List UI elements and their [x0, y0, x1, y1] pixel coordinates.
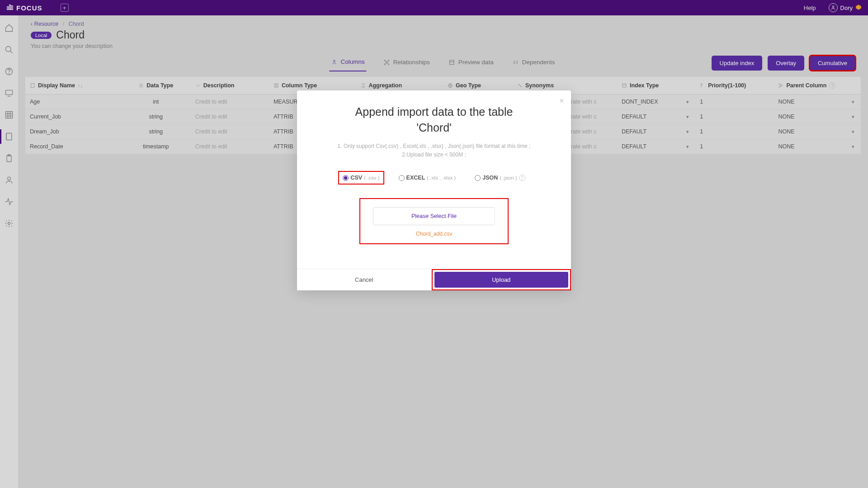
format-csv-radio[interactable] [343, 175, 349, 181]
upload-button-wrap: Upload [432, 269, 571, 290]
format-csv-label: CSV [350, 175, 362, 181]
upload-button[interactable]: Upload [434, 272, 569, 288]
import-modal: × Append import data to the table 'Chord… [297, 90, 571, 290]
format-excel-radio[interactable] [399, 175, 405, 181]
format-json-option[interactable]: JSON( .json ) ? [471, 172, 528, 184]
modal-actions: Cancel Upload [297, 269, 571, 290]
format-json-ext: ( .json ) [500, 175, 517, 180]
format-radio-group: CSV( .csv ) EXCEL( .xls , .xlsx ) JSON( … [312, 172, 556, 184]
format-csv-option[interactable]: CSV( .csv ) [339, 172, 383, 184]
modal-title-line1: Append import data to the table [355, 105, 513, 118]
cancel-button[interactable]: Cancel [297, 269, 432, 290]
modal-note-1: 1. Only support Csv(.csv) , Excel(.xls ,… [338, 143, 531, 149]
selected-file-name: Chord_add.csv [367, 231, 501, 237]
json-help-icon[interactable]: ? [519, 175, 525, 181]
modal-note-2: 2.Upload file size < 500M ; [402, 152, 466, 158]
format-json-radio[interactable] [475, 175, 481, 181]
select-file-button[interactable]: Please Select File [373, 207, 495, 225]
modal-title-line2: 'Chord' [416, 121, 452, 134]
format-excel-label: EXCEL [406, 175, 425, 181]
modal-note: 1. Only support Csv(.csv) , Excel(.xls ,… [312, 142, 556, 159]
format-excel-option[interactable]: EXCEL( .xls , .xlsx ) [395, 172, 460, 184]
format-csv-ext: ( .csv ) [364, 175, 380, 180]
format-json-label: JSON [482, 175, 498, 181]
modal-close-icon[interactable]: × [560, 97, 564, 105]
format-excel-ext: ( .xls , .xlsx ) [427, 175, 456, 180]
file-select-area: Please Select File Chord_add.csv [360, 199, 508, 243]
modal-title: Append import data to the table 'Chord' [312, 104, 556, 136]
